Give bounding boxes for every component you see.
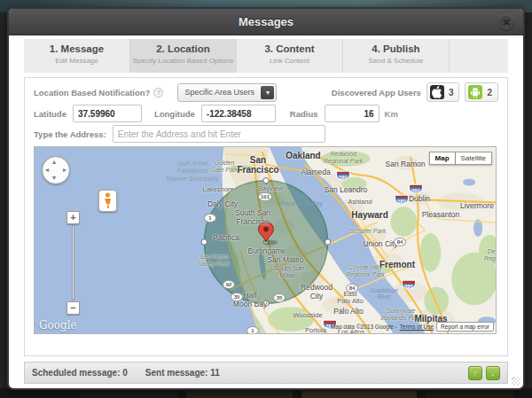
- radius-label: Radius: [290, 109, 318, 119]
- messages-modal: Messages ✕ 1. Message Edit Message 2. Lo…: [7, 7, 525, 390]
- longitude-label: Longitude: [154, 109, 195, 119]
- pan-right-icon[interactable]: ▸: [63, 167, 66, 174]
- google-logo: Google: [39, 319, 77, 332]
- pan-left-icon[interactable]: ◂: [45, 167, 49, 174]
- wizard-tab-bar: 1. Message Edit Message 2. Location Spec…: [24, 39, 508, 73]
- map-type-button[interactable]: Map: [429, 152, 456, 165]
- map-canvas[interactable]: Gulf of the Farallones Marine SanctuaryG…: [34, 146, 497, 334]
- sent-message-count: Sent message: 11: [145, 368, 220, 378]
- circle-resize-handle[interactable]: [201, 239, 207, 245]
- marker-pin-dot: [263, 227, 269, 232]
- tab-message-subtitle: Edit Message: [24, 57, 129, 65]
- circle-resize-handle[interactable]: [263, 300, 269, 306]
- modal-title: Messages: [239, 15, 293, 28]
- circle-resize-handle[interactable]: [263, 177, 269, 183]
- tab-location-title: 2. Location: [130, 43, 236, 54]
- pegman-icon[interactable]: [98, 190, 117, 212]
- ios-users-badge[interactable]: 3: [426, 82, 460, 102]
- map-base-graphics: [35, 147, 496, 333]
- tab-message-title: 1. Message: [24, 43, 129, 54]
- longitude-input[interactable]: [201, 105, 276, 122]
- location-panel: Location Based Notification? ? Specific …: [24, 77, 508, 356]
- map-attribution: Map data ©2013 Google -: [331, 324, 397, 330]
- apple-icon: [430, 85, 444, 99]
- tab-publish-title: 4. Publish: [343, 43, 449, 54]
- background-tile: [301, 391, 417, 398]
- android-user-count: 2: [487, 88, 492, 98]
- zoom-in-button[interactable]: +: [66, 211, 80, 224]
- circle-resize-handle[interactable]: [325, 239, 331, 245]
- modal-header: Messages ✕: [9, 9, 523, 35]
- chevron-down-icon[interactable]: ▾: [261, 86, 274, 99]
- background-tile: [186, 391, 293, 398]
- tab-location[interactable]: 2. Location Specify Location Based Optio…: [130, 39, 237, 73]
- terms-of-use-link[interactable]: Terms of Use: [400, 324, 434, 330]
- help-icon[interactable]: ?: [153, 88, 163, 98]
- zoom-slider[interactable]: [72, 225, 74, 300]
- status-bar: Scheduled message: 0 Sent message: 11 ↑ …: [24, 362, 508, 384]
- latitude-input[interactable]: [73, 105, 142, 122]
- android-icon: [468, 85, 482, 99]
- latitude-label: Latitude: [34, 109, 66, 119]
- radius-unit-label: Km: [385, 109, 398, 119]
- audience-select[interactable]: Specific Area Users ▾: [177, 83, 277, 102]
- zoom-out-button[interactable]: −: [66, 301, 80, 315]
- tab-bar-filler: [450, 39, 508, 73]
- tab-publish[interactable]: 4. Publish Send & Schedule: [343, 39, 450, 73]
- tab-content-title: 3. Content: [237, 43, 342, 54]
- background-tile: [426, 391, 514, 398]
- android-users-badge[interactable]: 2: [465, 82, 498, 102]
- report-map-error-button[interactable]: Report a map error: [436, 322, 494, 332]
- scroll-up-button[interactable]: ↑: [468, 366, 482, 380]
- map-pan-control[interactable]: ▴ ▾ ◂ ▸: [42, 156, 70, 184]
- pan-down-icon[interactable]: ▾: [52, 175, 56, 182]
- tab-message[interactable]: 1. Message Edit Message: [24, 39, 130, 73]
- address-input[interactable]: [113, 125, 325, 143]
- tab-content[interactable]: 3. Content Link Content: [237, 39, 343, 73]
- satellite-type-button[interactable]: Satellite: [456, 152, 492, 165]
- audience-select-value: Specific Area Users: [184, 88, 254, 97]
- ios-user-count: 3: [449, 88, 454, 98]
- pegman-figure: [103, 192, 113, 209]
- notification-label: Location Based Notification?: [34, 88, 150, 98]
- resize-grip[interactable]: [512, 377, 520, 386]
- pan-up-icon[interactable]: ▴: [52, 159, 56, 166]
- address-label: Type the Address:: [34, 129, 106, 139]
- tab-location-subtitle: Specify Location Based Options: [130, 57, 236, 65]
- background-tile: [80, 391, 177, 398]
- discovered-users-label: Discovered App Users: [332, 88, 421, 98]
- close-icon[interactable]: ✕: [498, 14, 514, 30]
- scroll-down-button[interactable]: ↓: [486, 366, 500, 380]
- radius-input[interactable]: [325, 105, 379, 122]
- scheduled-message-count: Scheduled message: 0: [32, 368, 128, 378]
- tab-publish-subtitle: Send & Schedule: [343, 57, 449, 65]
- tab-content-subtitle: Link Content: [237, 57, 342, 65]
